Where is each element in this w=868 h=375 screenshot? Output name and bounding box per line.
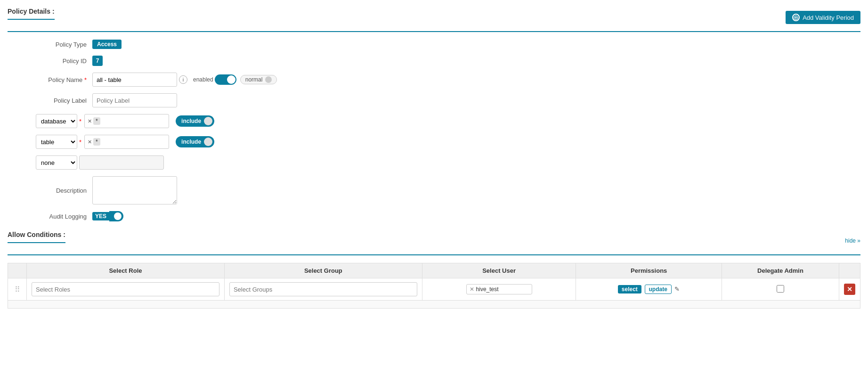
plus-circle-icon: ⊕: [792, 14, 800, 21]
database-tag-remove[interactable]: ✕: [88, 118, 92, 124]
table-resource-select[interactable]: table database column none: [36, 135, 77, 149]
none-resource-select[interactable]: none database table column: [36, 155, 77, 170]
table-tag-value: *: [93, 138, 100, 146]
allow-conditions-section: Allow Conditions : hide » Select Role Se…: [8, 231, 860, 309]
drag-handle-cell: ⠿: [8, 278, 27, 301]
none-tag-input: [79, 155, 164, 170]
enabled-slider: [215, 74, 236, 85]
delegate-checkbox[interactable]: [777, 285, 784, 293]
normal-toggle[interactable]: normal: [240, 75, 277, 84]
policy-label-input[interactable]: [92, 93, 177, 107]
conditions-table: Select Role Select Group Select User Per…: [8, 263, 860, 309]
col-drag: [8, 263, 27, 278]
perm-select-badge: select: [618, 285, 641, 293]
hide-link[interactable]: hide »: [845, 237, 860, 244]
audit-logging-row: Audit Logging YES: [8, 211, 860, 221]
user-cell: ✕ hive_test: [422, 278, 576, 301]
description-label: Description: [36, 187, 92, 194]
policy-id-value: 7: [92, 56, 103, 66]
policy-type-badge: Access: [92, 40, 122, 49]
user-tag-value: hive_test: [476, 286, 499, 293]
include-toggle-1[interactable]: include: [176, 115, 214, 127]
info-icon: i: [179, 75, 187, 84]
enabled-toggle-container[interactable]: enabled: [193, 74, 236, 85]
perm-update-badge: update: [645, 285, 672, 294]
audit-knob-track: [109, 211, 123, 221]
normal-dot: [265, 76, 272, 83]
col-actions: [839, 263, 860, 278]
user-tag-container: ✕ hive_test: [466, 284, 532, 294]
policy-name-row: Policy Name i enabled normal: [8, 73, 860, 87]
permissions-cell: select update ✎: [576, 278, 722, 301]
table-row: ⠿ ✕ hive_test: [8, 278, 860, 301]
edit-permissions-icon[interactable]: ✎: [674, 285, 680, 293]
allow-conditions-header: Allow Conditions : hide »: [8, 231, 860, 255]
add-more-cell: [8, 301, 860, 309]
database-required-star: *: [79, 118, 81, 125]
policy-type-row: Policy Type Access: [8, 40, 860, 49]
user-tag-remove[interactable]: ✕: [470, 286, 474, 293]
enabled-knob: [227, 75, 235, 84]
table-tag-remove[interactable]: ✕: [88, 139, 92, 145]
normal-label: normal: [245, 76, 263, 83]
include-label-1: include: [181, 118, 201, 124]
include-knob-1: [204, 117, 212, 125]
policy-label-row: Policy Label: [8, 93, 860, 107]
table-required-star: *: [79, 139, 81, 146]
description-textarea[interactable]: [92, 176, 177, 204]
policy-name-input[interactable]: [92, 73, 177, 87]
policy-type-label: Policy Type: [36, 41, 92, 48]
col-group-header: Select Group: [224, 263, 422, 278]
col-permissions-header: Permissions: [576, 263, 722, 278]
add-more-row: [8, 301, 860, 309]
database-tag-input[interactable]: ✕ *: [84, 114, 169, 128]
database-tag-value: *: [93, 117, 100, 125]
description-row: Description: [8, 176, 860, 204]
allow-conditions-title: Allow Conditions :: [8, 231, 65, 243]
database-resource-select[interactable]: database table column none: [36, 114, 77, 128]
table-tag-input[interactable]: ✕ *: [84, 135, 169, 149]
group-cell: [224, 278, 422, 301]
select-roles-input[interactable]: [32, 282, 219, 296]
enabled-toggle[interactable]: [215, 74, 236, 85]
drag-dots-1: ⠿: [15, 285, 20, 294]
enabled-label: enabled: [193, 76, 213, 83]
none-resource-row: none database table column: [8, 155, 860, 170]
audit-knob: [114, 212, 122, 220]
policy-label-label: Policy Label: [36, 97, 92, 104]
drag-handle[interactable]: ⠿: [13, 285, 22, 294]
include-label-2: include: [181, 139, 201, 145]
select-groups-input[interactable]: [229, 282, 417, 296]
policy-id-label: Policy ID: [36, 57, 92, 65]
table-resource-row: table database column none * ✕ * include: [8, 135, 860, 149]
delete-cell: ✕: [839, 278, 860, 301]
role-cell: [27, 278, 225, 301]
audit-logging-label: Audit Logging: [36, 213, 92, 220]
add-validity-label: Add Validity Period: [803, 14, 854, 21]
col-user-header: Select User: [422, 263, 576, 278]
include-knob-2: [204, 138, 212, 146]
delegate-cell: [722, 278, 839, 301]
include-toggle-2[interactable]: include: [176, 136, 214, 147]
policy-name-label: Policy Name: [36, 76, 92, 83]
audit-yes-label: YES: [92, 212, 109, 220]
add-validity-button[interactable]: ⊕ Add Validity Period: [786, 11, 860, 24]
col-role-header: Select Role: [27, 263, 225, 278]
col-delegate-header: Delegate Admin: [722, 263, 839, 278]
database-resource-row: database table column none * ✕ * include: [8, 114, 860, 128]
policy-details-title: Policy Details :: [8, 8, 55, 20]
delete-row-button[interactable]: ✕: [844, 284, 855, 295]
audit-logging-toggle[interactable]: YES: [92, 211, 123, 221]
policy-id-row: Policy ID 7: [8, 56, 860, 66]
